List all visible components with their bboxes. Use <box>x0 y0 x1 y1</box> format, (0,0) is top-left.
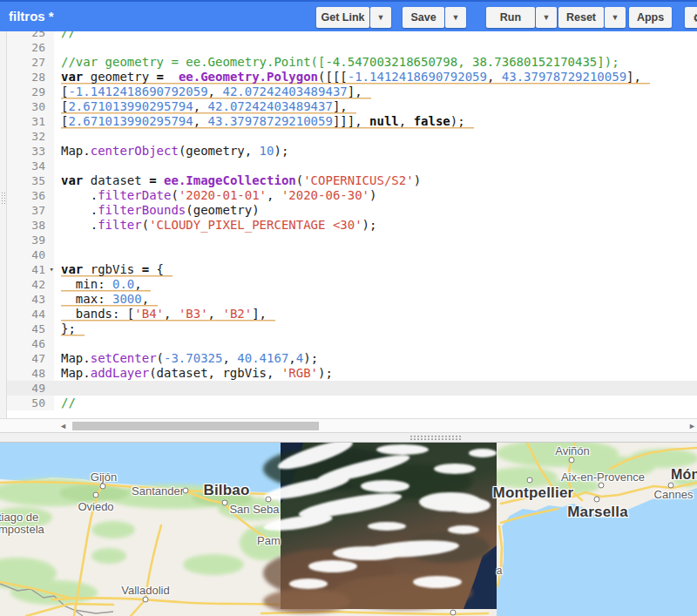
toolbar-group-reset: Reset▼ <box>558 7 626 28</box>
code-line-46[interactable]: 46 <box>7 336 697 351</box>
code-text: [-1.1412418690792059, 42.07242403489437]… <box>54 85 371 99</box>
code-text: [2.671013990295794, 42.07242403489437], <box>54 99 356 114</box>
save-dropdown-arrow-icon[interactable]: ▼ <box>445 7 466 28</box>
code-line-49[interactable]: 49 <box>7 381 697 396</box>
panel-divider <box>0 432 697 443</box>
code-line-37[interactable]: 37 .filterBounds(geometry) <box>7 203 697 218</box>
satellite-layer-rgb <box>262 443 497 613</box>
line-number: 26 <box>7 40 54 55</box>
code-text: .filter('CLOUDY_PIXEL_PERCENTAGE <30'); <box>54 218 376 233</box>
code-line-45[interactable]: 45}; <box>7 322 697 336</box>
line-number: 30 <box>7 99 54 114</box>
line-number: 43 <box>7 292 54 307</box>
code-line-38[interactable]: 38 .filter('CLOUDY_PIXEL_PERCENTAGE <30'… <box>7 218 697 233</box>
left-scrollbar[interactable] <box>0 31 7 418</box>
city-marker-oviedo <box>93 492 99 498</box>
code-line-39[interactable]: 39 <box>7 233 697 247</box>
map-label-gijon: Gijón <box>91 470 117 484</box>
code-text: }; <box>54 322 85 336</box>
horizontal-scrollbar[interactable]: ◄ ► <box>0 418 697 432</box>
code-lines[interactable]: 25//2627//var geometry = ee.Geometry.Poi… <box>7 31 697 410</box>
toolbar-group-run: Run▼ <box>486 7 557 28</box>
reset-dropdown-arrow-icon[interactable]: ▼ <box>605 7 626 28</box>
line-number: 29 <box>7 85 54 99</box>
toolbar-group-get-link: Get Link▼ <box>316 7 391 28</box>
map-label-santiago-partial-2: mpostela <box>0 523 44 536</box>
code-line-33[interactable]: 33Map.centerObject(geometry, 10); <box>7 144 697 159</box>
save-button[interactable]: Save <box>403 7 444 28</box>
code-text: // <box>54 31 76 40</box>
code-line-30[interactable]: 30[2.671013990295794, 42.07242403489437]… <box>7 99 697 114</box>
panel-resize-handle[interactable] <box>1 192 6 204</box>
code-line-27[interactable]: 27//var geometry = ee.Geometry.Point([-4… <box>7 55 697 70</box>
code-line-31[interactable]: 31[2.671013990295794, 43.37978729210059]… <box>7 114 697 129</box>
map-label-monaco-partial: Móna <box>671 467 697 483</box>
line-number: 41▾ <box>7 262 54 277</box>
line-number: 50 <box>7 396 54 410</box>
city-marker-gijon <box>100 484 106 490</box>
code-line-32[interactable]: 32 <box>7 129 697 144</box>
code-line-29[interactable]: 29[-1.1412418690792059, 42.0724240348943… <box>7 85 697 99</box>
titlebar: filtros * Get Link▼Save▼Run▼Reset▼Apps⚙ <box>0 0 697 31</box>
line-number: 38 <box>7 218 54 233</box>
city-marker-aix-en-provence <box>599 483 605 489</box>
horizontal-scrollbar-thumb[interactable] <box>72 422 319 430</box>
map-label-oviedo: Oviedo <box>78 500 113 513</box>
run-button[interactable]: Run <box>486 7 535 28</box>
code-editor[interactable]: 25//2627//var geometry = ee.Geometry.Poi… <box>0 31 697 418</box>
get-link-button[interactable]: Get Link <box>316 7 369 28</box>
code-text: var geometry = ee.Geometry.Polygon([[[-1… <box>54 70 650 85</box>
code-line-26[interactable]: 26 <box>7 40 697 55</box>
map-label-pamplona-partial: Pam <box>257 534 281 547</box>
code-text: min: 0.0, <box>54 277 151 292</box>
code-line-40[interactable]: 40 <box>7 247 697 262</box>
code-line-48[interactable]: 48Map.addLayer(dataset, rgbVis, 'RGB'); <box>7 366 697 381</box>
code-line-34[interactable]: 34 <box>7 159 697 173</box>
run-dropdown-arrow-icon[interactable]: ▼ <box>536 7 557 28</box>
code-text: Map.addLayer(dataset, rgbVis, 'RGB'); <box>54 366 333 381</box>
code-text: [2.671013990295794, 43.37978729210059]]]… <box>54 114 474 129</box>
code-line-41[interactable]: 41▾var rgbVis = { <box>7 262 697 277</box>
map-label-cannes: Cannes <box>654 488 694 501</box>
line-number: 31 <box>7 114 54 129</box>
divider-drag-handle[interactable] <box>409 435 462 441</box>
line-number: 33 <box>7 144 54 159</box>
map-label-montpellier: Montpellier <box>493 484 574 502</box>
map-canvas[interactable]: GijónOviedoSantanderBilbaoSan Sebatiago … <box>0 443 697 616</box>
code-line-35[interactable]: 35var dataset = ee.ImageCollection('COPE… <box>7 173 697 188</box>
code-line-47[interactable]: 47Map.setCenter(-3.70325, 40.4167,4); <box>7 351 697 366</box>
code-text: bands: ['B4', 'B3', 'B2'], <box>54 307 275 322</box>
apps-button[interactable]: Apps <box>629 7 672 28</box>
settings-gear-icon[interactable]: ⚙ <box>685 7 697 28</box>
code-text <box>54 247 61 262</box>
code-line-43[interactable]: 43 max: 3000, <box>7 292 697 307</box>
line-number: 40 <box>7 247 54 262</box>
line-number: 32 <box>7 129 54 144</box>
code-line-28[interactable]: 28var geometry = ee.Geometry.Polygon([[[… <box>7 70 697 85</box>
map-label-santiago-partial-1: tiago de <box>0 511 38 524</box>
code-text <box>54 40 61 55</box>
code-line-50[interactable]: 50// <box>7 396 697 410</box>
scroll-left-arrow-icon[interactable]: ◄ <box>59 422 67 430</box>
code-text: var rgbVis = { <box>54 262 173 277</box>
line-number: 42 <box>7 277 54 292</box>
code-fold-arrow-icon[interactable]: ▾ <box>50 262 54 277</box>
code-text: max: 3000, <box>54 292 158 307</box>
city-marker-montpellier <box>527 477 533 484</box>
code-text <box>54 129 61 144</box>
city-marker-valladolid <box>143 597 149 603</box>
code-line-25[interactable]: 25// <box>7 31 697 40</box>
code-line-42[interactable]: 42 min: 0.0, <box>7 277 697 292</box>
get-link-dropdown-arrow-icon[interactable]: ▼ <box>370 7 391 28</box>
city-marker-avinon <box>569 457 575 464</box>
reset-button[interactable]: Reset <box>558 7 604 28</box>
code-line-36[interactable]: 36 .filterDate('2020-01-01', '2020-06-30… <box>7 188 697 203</box>
line-number: 28 <box>7 70 54 85</box>
code-line-44[interactable]: 44 bands: ['B4', 'B3', 'B2'], <box>7 307 697 322</box>
line-number: 45 <box>7 322 54 336</box>
toolbar-group-settings: ⚙ <box>685 7 697 28</box>
city-marker-marsella <box>594 497 600 503</box>
earth-engine-code-editor: filtros * Get Link▼Save▼Run▼Reset▼Apps⚙ … <box>0 0 697 616</box>
scroll-right-arrow-icon[interactable]: ► <box>688 422 696 430</box>
code-text: // <box>54 396 76 410</box>
